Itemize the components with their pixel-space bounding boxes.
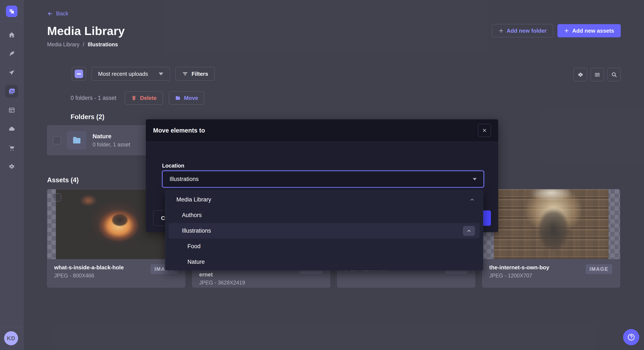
location-select[interactable]: Illustrations — [162, 171, 484, 188]
tree-item-label: Illustrations — [182, 227, 211, 234]
location-select-value: Illustrations — [170, 176, 199, 182]
app: KD Back Media Library Media Library / Il… — [0, 0, 644, 350]
close-button[interactable] — [478, 124, 491, 137]
modal-title: Move elements to — [153, 127, 205, 134]
location-label: Location — [162, 163, 184, 169]
location-dropdown: Media Library Authors Illustrations Food… — [165, 190, 483, 271]
tree-item-authors[interactable]: Authors — [169, 207, 480, 223]
close-icon — [482, 128, 487, 133]
modal-header: Move elements to — [146, 119, 498, 142]
chevron-down-icon — [473, 178, 476, 180]
chevron-up-icon[interactable] — [469, 197, 475, 203]
tree-item-label: Nature — [188, 259, 205, 265]
tree-item-label: Authors — [182, 212, 202, 219]
tree-item-illustrations[interactable]: Illustrations — [169, 223, 480, 239]
tree-item-food[interactable]: Food — [169, 239, 480, 254]
chevron-up-icon — [466, 228, 472, 233]
tree-item-label: Media Library — [176, 196, 211, 203]
tree-item-label: Food — [188, 243, 201, 250]
collapse-button[interactable] — [463, 226, 475, 236]
tree-item-nature[interactable]: Nature — [169, 254, 480, 270]
tree-item-media-library[interactable]: Media Library — [169, 192, 480, 207]
